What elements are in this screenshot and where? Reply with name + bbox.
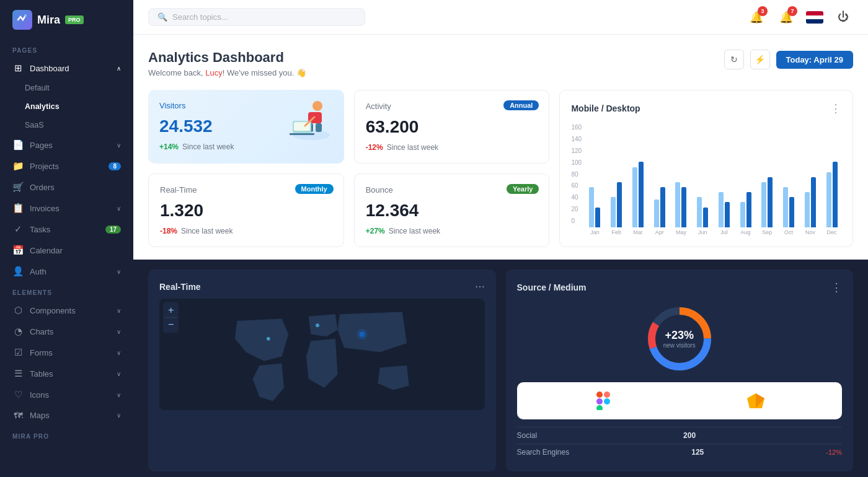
- sidebar-item-label: Invoices: [30, 204, 60, 213]
- chart-menu-icon[interactable]: ⋮: [830, 102, 841, 115]
- chevron-icon: ∨: [117, 412, 121, 419]
- sidebar-item-label: Analytics: [25, 102, 60, 111]
- visitors-change-label: Since last week: [182, 142, 234, 151]
- mobile-bar: [697, 197, 702, 227]
- alerts-button[interactable]: 🔔 7: [776, 7, 796, 27]
- bounce-change-label: Since last week: [389, 227, 440, 235]
- power-button[interactable]: ⏻: [833, 7, 853, 27]
- filter-button[interactable]: ⚡: [750, 50, 770, 69]
- logo[interactable]: Mira PRO: [0, 0, 133, 40]
- sidebar-item-saas[interactable]: SaaS: [0, 116, 133, 134]
- activity-change: -12%: [366, 143, 383, 152]
- svg-rect-18: [596, 392, 603, 398]
- map-menu-icon[interactable]: ⋯: [475, 281, 485, 292]
- activity-card: Annual Activity 63.200 -12% Since last w…: [354, 90, 550, 164]
- sidebar-item-projects[interactable]: 📁 Projects 8: [0, 155, 133, 177]
- donut-container: +23% new visitors: [517, 302, 843, 376]
- sidebar-item-label: Charts: [30, 327, 53, 336]
- search-box[interactable]: 🔍 Search topics...: [148, 8, 365, 26]
- sidebar-item-analytics[interactable]: Analytics: [0, 97, 133, 116]
- x-label-mar: Mar: [629, 227, 648, 235]
- mobile-bar: [761, 182, 766, 227]
- sidebar-item-label: Orders: [30, 183, 55, 192]
- sidebar-item-charts[interactable]: ◔ Charts ∨: [0, 321, 133, 342]
- sidebar-item-default[interactable]: Default: [0, 79, 133, 97]
- desktop-bar: [811, 177, 816, 227]
- sidebar-item-tables[interactable]: ☰ Tables ∨: [0, 363, 133, 384]
- svg-rect-5: [316, 123, 322, 132]
- world-map-svg: [159, 299, 485, 410]
- donut-label: new visitors: [663, 342, 696, 349]
- source-value: 125: [691, 448, 704, 457]
- sidebar-item-label: Dashboard: [30, 64, 69, 73]
- sidebar-item-pages[interactable]: 📄 Pages ∨: [0, 134, 133, 155]
- svg-rect-21: [596, 405, 603, 410]
- bounce-badge: Yearly: [507, 184, 539, 194]
- sidebar-item-auth[interactable]: 👤 Auth ∨: [0, 261, 133, 282]
- source-menu-icon[interactable]: ⋮: [831, 281, 842, 294]
- user-name: Lucy: [205, 68, 222, 77]
- bottom-section: Real-Time ⋯ + −: [133, 260, 868, 477]
- realtime-footer: -18% Since last week: [160, 227, 332, 235]
- dashboard-icon: ⊞: [12, 63, 24, 74]
- sketch-logo: [745, 390, 767, 412]
- sidebar-item-label: Auth: [30, 267, 46, 276]
- refresh-button[interactable]: ↻: [724, 50, 744, 69]
- language-flag[interactable]: [806, 11, 823, 24]
- page-header-left: Analytics Dashboard Welcome back, Lucy! …: [148, 50, 306, 77]
- bar-chart-container: 160 140 120 100 80 60 40 20 0: [571, 124, 841, 235]
- x-label-nov: Nov: [800, 227, 820, 235]
- logo-icon: [12, 10, 32, 30]
- sidebar-item-forms[interactable]: ☑ Forms ∨: [0, 342, 133, 363]
- x-label-jun: Jun: [693, 227, 712, 235]
- tables-icon: ☰: [12, 368, 24, 379]
- notifications-button[interactable]: 🔔 3: [746, 7, 766, 27]
- svg-point-2: [312, 101, 322, 111]
- sidebar-item-icons[interactable]: ♡ Icons ∨: [0, 384, 133, 405]
- zoom-out-button[interactable]: −: [164, 318, 177, 331]
- tasks-icon: ✓: [12, 224, 24, 235]
- sidebar-item-label: Pages: [30, 141, 53, 150]
- sidebar-item-label: Components: [30, 306, 76, 315]
- mobile-desktop-chart-card: Mobile / Desktop ⋮ 160 140 120 100 80 60…: [559, 90, 853, 247]
- page-header: Analytics Dashboard Welcome back, Lucy! …: [148, 50, 853, 77]
- chevron-icon: ∨: [117, 307, 121, 314]
- bar-group-jan: [585, 187, 604, 227]
- realtime-change: -18%: [160, 227, 177, 235]
- sidebar-item-calendar[interactable]: 📅 Calendar: [0, 240, 133, 261]
- mobile-bar: [675, 182, 680, 227]
- chevron-icon: ∨: [117, 349, 121, 356]
- desktop-bar: [595, 208, 600, 228]
- sidebar-item-maps[interactable]: 🗺 Maps ∨: [0, 405, 133, 426]
- realtime-badge: Monthly: [295, 184, 334, 194]
- page-title: Analytics Dashboard: [148, 50, 306, 66]
- chart-title: Mobile / Desktop: [571, 103, 640, 113]
- sidebar-item-orders[interactable]: 🛒 Orders: [0, 177, 133, 198]
- sidebar-item-label: Projects: [30, 162, 59, 171]
- auth-icon: 👤: [12, 266, 24, 277]
- bar-group-mar: [629, 162, 648, 227]
- x-label-feb: Feb: [607, 227, 626, 235]
- bar-group-aug: [736, 192, 755, 227]
- mobile-bar: [632, 167, 637, 228]
- power-icon: ⏻: [838, 11, 849, 24]
- activity-value: 63.200: [366, 117, 538, 137]
- chevron-icon: ∨: [117, 205, 121, 212]
- today-button[interactable]: Today: April 29: [776, 51, 853, 69]
- page-subtitle: Welcome back, Lucy! We've missed you. 👋: [148, 68, 306, 77]
- sidebar-item-components[interactable]: ⬡ Components ∨: [0, 300, 133, 321]
- sidebar-item-dashboard[interactable]: ⊞ Dashboard ∧: [0, 58, 133, 79]
- realtime-map-card: Real-Time ⋯ + −: [148, 269, 496, 471]
- sidebar-item-tasks[interactable]: ✓ Tasks 17: [0, 219, 133, 240]
- icons-icon: ♡: [12, 389, 24, 400]
- chevron-icon: ∨: [117, 328, 121, 335]
- svg-point-11: [356, 329, 367, 339]
- zoom-in-button[interactable]: +: [164, 304, 177, 318]
- subtitle-prefix: Welcome back,: [148, 68, 205, 77]
- visitor-illustration: [283, 95, 339, 141]
- source-header: Source / Medium ⋮: [517, 281, 843, 294]
- x-label-may: May: [671, 227, 691, 235]
- x-label-sep: Sep: [758, 227, 777, 235]
- sidebar-item-invoices[interactable]: 📋 Invoices ∨: [0, 198, 133, 219]
- source-medium-card: Source / Medium ⋮: [506, 269, 854, 471]
